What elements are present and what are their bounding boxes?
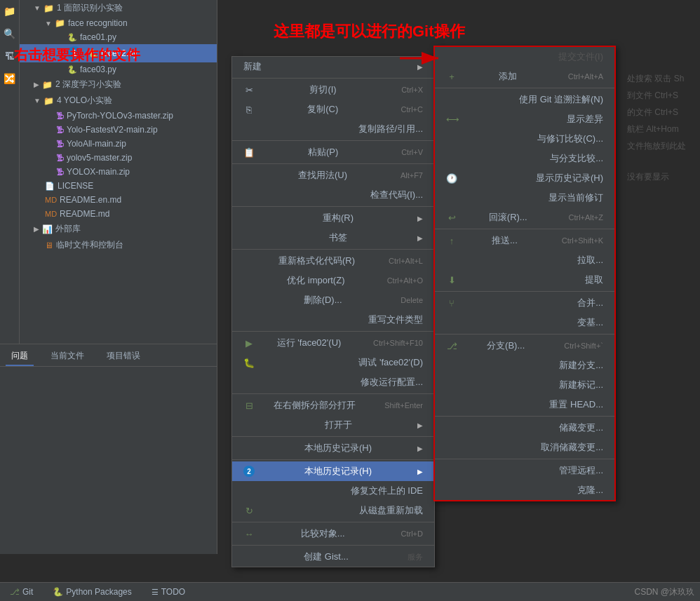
git-unstash[interactable]: 取消储藏变更... <box>435 438 614 457</box>
tree-item-temp[interactable]: 🖥 临时文件和控制台 <box>20 237 217 253</box>
tree-item-yoloall[interactable]: 🗜 YoloAll-main.zip <box>20 137 217 151</box>
branch-icon: ⎇ <box>446 341 457 351</box>
menu-copy[interactable]: ⎘ 复制(C) Ctrl+C <box>232 100 434 119</box>
menu-reload[interactable]: ↻ 从磁盘重新加载 <box>232 501 434 520</box>
menu-git[interactable]: 2 本地历史记录(H) ▶ <box>232 461 434 481</box>
git-compare-branch[interactable]: 与分支比较... <box>435 149 614 168</box>
todo-icon: ☰ <box>152 588 159 597</box>
git-pull[interactable]: 拉取... <box>435 250 614 270</box>
sidebar-project-icon[interactable]: 📁 <box>4 6 15 17</box>
menu-reformat[interactable]: 重新格式化代码(R) Ctrl+Alt+L <box>232 251 434 271</box>
tree-item-license[interactable]: 📄 LICENSE <box>20 179 217 193</box>
todo-label: TODO <box>161 587 185 597</box>
git-clone[interactable]: 克隆... <box>435 480 614 500</box>
push-icon: ↑ <box>446 236 457 246</box>
menu-sep <box>232 206 434 207</box>
menu-label: 推送... <box>492 234 518 247</box>
git-fetch[interactable]: ⬇ 提取 <box>435 270 614 290</box>
tree-item-label: face03.py <box>80 65 116 74</box>
menu-optimize-import[interactable]: 优化 import(Z) Ctrl+Alt+O <box>232 271 434 290</box>
git-show-history[interactable]: 🕐 显示历史记录(H) <box>435 168 614 188</box>
tree-item-yolox[interactable]: 🗜 YOLOX-main.zip <box>20 165 217 179</box>
git-manage-remote[interactable]: 管理远程... <box>435 461 614 480</box>
sidebar-vcs-icon[interactable]: 🔀 <box>4 73 15 84</box>
git-reset-head[interactable]: 重置 HEAD... <box>435 395 614 414</box>
menu-local-history[interactable]: 本地历史记录(H) ▶ <box>232 438 434 458</box>
sidebar-structure-icon[interactable]: 🏗 <box>5 50 15 62</box>
status-python-packages[interactable]: 🐍 Python Packages <box>48 586 135 598</box>
menu-run[interactable]: ▶ 运行 'face02'(U) Ctrl+Shift+F10 <box>232 333 434 353</box>
menu-rename-filetype[interactable]: 重写文件类型 <box>232 310 434 330</box>
menu-label: 本地历史记录(H) <box>304 465 372 478</box>
expand-arrow: ▶ <box>34 225 39 233</box>
menu-edit-config[interactable]: 修改运行配置... <box>232 372 434 392</box>
folder-icon: 📁 <box>43 4 54 13</box>
tree-item-face-rec[interactable]: ▼ 📁 face recognition <box>20 16 217 30</box>
hint-5: 文件拖放到此处 <box>627 137 686 154</box>
tree-item-readme[interactable]: MD README.md <box>20 207 217 221</box>
git-rollback[interactable]: ↩ 回滚(R)... Ctrl+Alt+Z <box>435 208 614 227</box>
tree-item-face01[interactable]: 🐍 face01.py <box>20 30 217 44</box>
menu-open-with[interactable]: 打开于 ▶ <box>232 415 434 435</box>
bottom-panel: 问题 当前文件 项目错误 <box>0 344 217 554</box>
git-show-diff[interactable]: ⟷ 显示差异 <box>435 109 614 129</box>
tab-current-file[interactable]: 当前文件 <box>45 347 90 366</box>
menu-create-gist[interactable]: 创建 Gist... 服务 <box>232 547 434 567</box>
git-new-tag[interactable]: 新建标记... <box>435 375 614 395</box>
shortcut: Delete <box>401 296 423 304</box>
menu-new[interactable]: 新建 ▶ <box>232 57 434 76</box>
menu-refactor[interactable]: 重构(R) ▶ <box>232 208 434 228</box>
tree-item-label: 4 YOLO小实验 <box>57 95 112 107</box>
tree-item-exp1[interactable]: ▼ 📁 1 面部识别小实验 <box>20 0 217 16</box>
menu-label: 与修订比较(C)... <box>537 133 603 145</box>
menu-bookmark[interactable]: 书签 ▶ <box>232 228 434 248</box>
menu-find-usage[interactable]: 查找用法(U) Alt+F7 <box>232 166 434 185</box>
tree-item-face03[interactable]: 🐍 face03.py <box>20 62 217 76</box>
git-status-label: Git <box>22 587 33 597</box>
status-todo[interactable]: ☰ TODO <box>147 586 189 598</box>
tree-item-yolov3[interactable]: 🗜 PyTorch-YOLOv3-master.zip <box>20 109 217 123</box>
tree-item-face02[interactable]: 1 🐍 face02.py <box>20 44 217 62</box>
tree-item-external[interactable]: ▶ 📊 外部库 <box>20 221 217 237</box>
tree-item-exp2[interactable]: ▶ 📁 2 深度学习小实验 <box>20 76 217 93</box>
tab-issues[interactable]: 问题 <box>6 347 34 366</box>
sidebar-search-icon[interactable]: 🔍 <box>4 28 15 39</box>
menu-copy-path[interactable]: 复制路径/引用... <box>232 119 434 139</box>
menu-sep <box>232 331 434 332</box>
menu-split[interactable]: ⊟ 在右侧拆分部分打开 Shift+Enter <box>232 396 434 415</box>
menu-debug[interactable]: 🐛 调试 'face02'(D) <box>232 353 434 372</box>
tree-item-yolofastest[interactable]: 🗜 Yolo-FastestV2-main.zip <box>20 123 217 137</box>
shortcut: Ctrl+C <box>401 105 423 114</box>
md-icon: MD <box>45 196 57 204</box>
git-branch[interactable]: ⎇ 分支(B)... Ctrl+Shift+` <box>435 336 614 356</box>
menu-sep <box>435 229 614 229</box>
git-merge[interactable]: ⑂ 合并... <box>435 293 614 313</box>
menu-delete[interactable]: 删除(D)... Delete <box>232 290 434 310</box>
compare-icon: ↔ <box>243 529 255 539</box>
git-add[interactable]: + 添加 Ctrl+Alt+A <box>435 67 614 86</box>
menu-compare[interactable]: ↔ 比较对象... Ctrl+D <box>232 524 434 543</box>
tree-item-label: 外部库 <box>55 223 81 235</box>
menu-label: 复制路径/引用... <box>358 123 423 135</box>
menu-fix-ide[interactable]: 修复文件上的 IDE <box>232 481 434 501</box>
git-annotate[interactable]: 使用 Git 追溯注解(N) <box>435 90 614 109</box>
menu-label: 提取 <box>585 274 603 286</box>
tree-item-yolov5[interactable]: 🗜 yolov5-master.zip <box>20 151 217 165</box>
menu-label: 显示当前修订 <box>548 191 603 204</box>
status-git[interactable]: ⎇ Git <box>6 586 37 598</box>
tree-item-yolo[interactable]: ▼ 📁 4 YOLO小实验 <box>20 93 217 109</box>
menu-inspect[interactable]: 检查代码(I)... <box>232 185 434 205</box>
zip-icon: 🗜 <box>56 140 64 148</box>
tree-item-readme-en[interactable]: MD README.en.md <box>20 193 217 207</box>
git-rebase[interactable]: 变基... <box>435 313 614 332</box>
tab-project-errors[interactable]: 项目错误 <box>101 347 146 366</box>
menu-label: 添加 <box>499 70 517 83</box>
git-compare-rev[interactable]: 与修订比较(C)... <box>435 129 614 149</box>
menu-cut[interactable]: ✂ 剪切(I) Ctrl+X <box>232 80 434 100</box>
git-new-branch[interactable]: 新建分支... <box>435 356 614 375</box>
git-stash[interactable]: 储藏变更... <box>435 418 614 438</box>
zip-icon: 🗜 <box>56 112 64 120</box>
git-push[interactable]: ↑ 推送... Ctrl+Shift+K <box>435 231 614 250</box>
menu-paste[interactable]: 📋 粘贴(P) Ctrl+V <box>232 142 434 162</box>
git-show-current[interactable]: 显示当前修订 <box>435 188 614 208</box>
